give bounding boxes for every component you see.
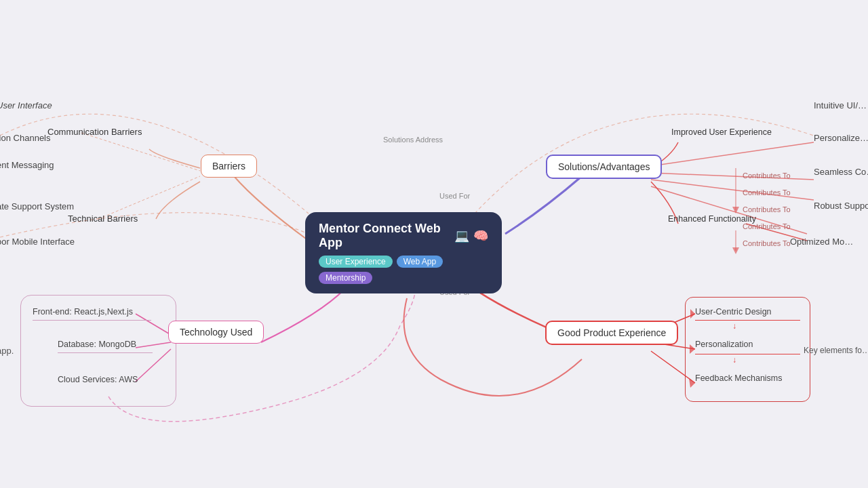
cloud-node: Cloud Services: AWS	[58, 373, 138, 385]
contributes-2: Contributes To	[743, 188, 791, 197]
laptop-emoji: 💻	[454, 228, 469, 243]
tag-mentorship: Mentorship	[319, 272, 372, 284]
solutions-node: Solutions/Advantages	[546, 155, 662, 179]
contributes-1: Contributes To	[743, 171, 791, 180]
person-arrow: ↓	[732, 321, 736, 331]
partial-optimized: Optimized Mo…	[790, 237, 853, 247]
solutions-box: Solutions/Advantages	[546, 155, 662, 179]
barriers-node: Barriers	[201, 155, 257, 178]
partial-channels: tion Channels	[0, 133, 51, 143]
tag-user-experience: User Experience	[319, 256, 393, 268]
user-centric-divider	[695, 320, 800, 321]
technical-barriers-node: Technical Barriers	[68, 212, 138, 224]
contributes-3: Contributes To	[743, 205, 791, 214]
edge-solutions-address: Solutions Address	[383, 136, 443, 144]
partial-app: app.	[0, 346, 14, 356]
edge-used-for-1: Used For	[439, 192, 470, 200]
feedback-arrow: ↓	[732, 355, 736, 365]
partial-intuitive: Intuitive UI/…	[814, 100, 867, 110]
partial-mobile: oor Mobile Interface	[0, 237, 75, 247]
contributes-4: Contributes To	[743, 222, 791, 230]
frontend-node: Front-end: React.js,Next.js	[33, 305, 133, 317]
technology-used-node: Technology Used	[168, 321, 264, 344]
user-centric-node: User-Centric Design	[695, 305, 772, 317]
communication-barriers-node: Communication Barriers	[47, 125, 142, 138]
partial-personalize: Personalize…	[814, 133, 868, 143]
partial-robust: Robust Suppo…	[814, 201, 868, 211]
tag-web-app: Web App	[397, 256, 443, 268]
partial-seamless: Seamless Co…	[814, 167, 868, 177]
database-node: Database: MongoDB	[58, 338, 136, 350]
brain-emoji: 🧠	[473, 228, 488, 243]
improved-ux-node: Improved User Experience	[671, 125, 772, 138]
technology-used-box: Technology Used	[168, 321, 264, 344]
partial-key-elements: Key elements fo…	[804, 346, 868, 355]
center-tags: User Experience Web App Mentorship	[319, 256, 488, 284]
center-title: Mentor Connect Web App 💻 🧠	[319, 222, 488, 250]
svg-marker-12	[732, 247, 739, 254]
good-product-box: Good Product Experience	[545, 321, 678, 345]
center-node: Mentor Connect Web App 💻 🧠 User Experien…	[305, 212, 502, 293]
contributes-5: Contributes To	[743, 239, 791, 247]
database-divider	[58, 352, 153, 353]
partial-messaging: ent Messaging	[0, 160, 54, 170]
barriers-box: Barriers	[201, 155, 257, 178]
feedback-node: Feedback Mechanisms	[695, 371, 783, 384]
partial-support: ate Support System	[0, 201, 74, 211]
personalization-node: Personalization	[695, 338, 753, 350]
partial-user-interface: User Interface	[0, 100, 52, 110]
good-product-node: Good Product Experience	[545, 321, 678, 345]
frontend-divider	[33, 320, 151, 321]
personalization-divider	[695, 354, 800, 354]
